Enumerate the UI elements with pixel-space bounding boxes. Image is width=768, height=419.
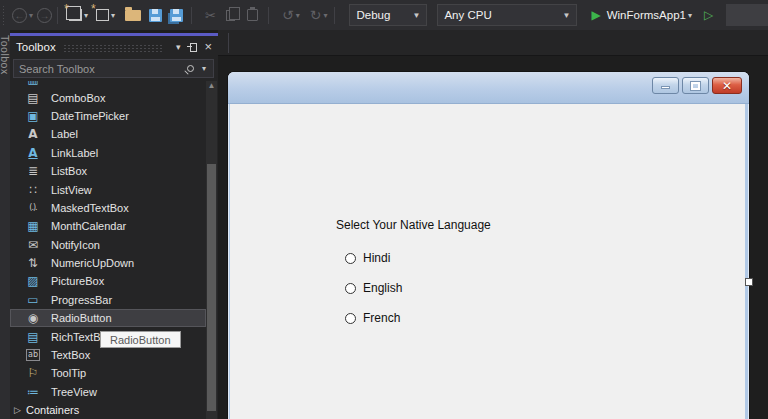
solution-platform-value: Any CPU xyxy=(444,9,491,21)
search-input[interactable] xyxy=(19,63,187,75)
close-icon: ✕ xyxy=(722,79,732,93)
new-file-dropdown-icon[interactable]: ▾ xyxy=(111,11,115,20)
start-debugging-icon[interactable]: ▶ xyxy=(591,8,600,22)
toolbar-separator xyxy=(268,7,269,24)
navigate-forward-icon[interactable]: → xyxy=(37,8,52,23)
toolbox-category-label: Containers xyxy=(26,404,79,416)
toolbox-item-label: ListBox xyxy=(51,165,87,177)
toolbox-item-icon: ≔ xyxy=(24,385,42,399)
window-position-icon[interactable]: ▾ xyxy=(176,42,181,52)
back-dropdown-icon[interactable]: ▾ xyxy=(29,11,33,20)
toolbox-item-listbox[interactable]: ≣ ListBox xyxy=(10,162,206,180)
toolbox-item-icon: ▤ xyxy=(24,330,42,344)
toolbox-item-icon: (.). xyxy=(24,203,42,212)
form-label: Select Your Native Language xyxy=(336,218,491,232)
toolbox-item-progressbar[interactable]: ▭ ProgressBar xyxy=(10,291,206,309)
toolbox-item-icon: ◉ xyxy=(24,311,42,325)
close-button[interactable]: ✕ xyxy=(712,77,742,94)
toolbox-item-icon: ▥ xyxy=(24,81,42,86)
chevron-down-icon: ▼ xyxy=(563,11,571,20)
toolbox-item-label: ListView xyxy=(51,184,92,196)
toolbox-tooltip: RadioButton xyxy=(100,331,181,348)
toolbar-grip[interactable] xyxy=(2,5,6,25)
toolbox-item-tooltip[interactable]: ⚐ ToolTip xyxy=(10,364,206,382)
paste-icon[interactable] xyxy=(247,9,258,21)
radio-button-english[interactable]: English xyxy=(345,281,402,295)
toolbox-category-containers[interactable]: ▷ Containers xyxy=(10,401,206,419)
toolbox-item-label: ProgressBar xyxy=(51,294,112,306)
toolbox-item-radiobutton[interactable]: ◉ RadioButton xyxy=(10,309,206,327)
toolbox-item-textbox[interactable]: ab TextBox xyxy=(10,346,206,364)
sparkle-icon: * xyxy=(64,2,69,16)
cut-icon[interactable]: ✂ xyxy=(205,8,216,23)
toolbox-header[interactable]: Toolbox ▾ × xyxy=(10,36,218,57)
new-project-dropdown-icon[interactable]: ▾ xyxy=(84,11,88,20)
save-icon[interactable] xyxy=(149,9,162,22)
tab-edge-line xyxy=(228,33,229,53)
form-client-area[interactable]: Select Your Native Language Hindi Englis… xyxy=(230,104,745,419)
winforms-designed-form[interactable]: ✕ Select Your Native Language Hindi Engl… xyxy=(228,72,749,419)
minimize-button[interactable] xyxy=(652,77,679,94)
radio-button-french[interactable]: French xyxy=(345,311,400,325)
toolbox-item-datetimepicker[interactable]: ▣ DateTimePicker xyxy=(10,107,206,125)
toolbox-item-label: MonthCalendar xyxy=(51,220,126,232)
toolbox-item-linklabel[interactable]: A LinkLabel xyxy=(10,144,206,162)
left-dock-strip: Toolbox xyxy=(0,30,10,419)
toolbox-item-listview[interactable]: ∷ ListView xyxy=(10,180,206,198)
panel-drag-texture xyxy=(63,44,164,53)
toolbox-list: ▥ ▤ ComboBox ▣ DateTimePicker A Label A … xyxy=(10,81,206,419)
form-titlebar[interactable]: ✕ xyxy=(228,72,749,104)
toolbox-item-notifyicon[interactable]: ✉ NotifyIcon xyxy=(10,236,206,254)
radio-circle-icon[interactable] xyxy=(345,253,356,264)
toolbar-separator xyxy=(334,7,335,24)
copy-icon[interactable] xyxy=(226,10,235,21)
startup-project-dropdown-icon[interactable]: ▾ xyxy=(688,11,692,20)
sparkle-icon: * xyxy=(91,2,96,16)
save-all-icon[interactable] xyxy=(170,9,183,22)
scroll-up-icon[interactable]: ▲ xyxy=(206,81,217,91)
toolbox-search-box[interactable]: ▾ xyxy=(13,59,214,78)
designer-surface: ✕ Select Your Native Language Hindi Engl… xyxy=(218,30,768,419)
toolbox-item-label[interactable]: A Label xyxy=(10,125,206,143)
radio-circle-icon[interactable] xyxy=(345,283,356,294)
scrollbar-thumb[interactable] xyxy=(207,164,216,411)
toolbar-separator xyxy=(191,7,192,24)
toolbox-scrollbar[interactable]: ▲ xyxy=(206,81,217,419)
toolbox-item-partial[interactable]: ▥ xyxy=(10,81,206,88)
toolbox-item-icon: ▦ xyxy=(24,219,42,233)
redo-dropdown-icon[interactable]: ▾ xyxy=(323,11,327,20)
toolbox-item-icon: ⚐ xyxy=(24,366,42,380)
new-project-button[interactable]: * xyxy=(63,3,82,27)
new-file-button[interactable]: * xyxy=(90,3,109,27)
startup-project-button[interactable]: WinFormsApp1 xyxy=(607,9,686,21)
auto-hide-pin-icon[interactable] xyxy=(187,43,197,50)
toolbox-item-picturebox[interactable]: ▨ PictureBox xyxy=(10,272,206,290)
search-options-icon[interactable]: ▾ xyxy=(202,64,206,73)
solution-platform-dropdown[interactable]: Any CPU ▼ xyxy=(437,4,577,26)
toolbox-item-label: RadioButton xyxy=(51,312,112,324)
maximize-button[interactable] xyxy=(682,77,709,94)
undo-icon[interactable]: ↺ xyxy=(282,7,294,23)
toolbox-item-monthcalendar[interactable]: ▦ MonthCalendar xyxy=(10,217,206,235)
vs-window: ← ▾ → * ▾ * ▾ ✂ ↺ ▾ ↻ ▾ Debug ▼ Any CPU … xyxy=(0,0,768,419)
radio-circle-icon[interactable] xyxy=(345,313,356,324)
toolbox-item-label: TextBox xyxy=(51,349,90,361)
start-without-debugging-icon[interactable]: ▷ xyxy=(704,8,713,22)
toolbox-item-combobox[interactable]: ▤ ComboBox xyxy=(10,88,206,106)
navigate-back-icon[interactable]: ← xyxy=(12,8,27,23)
radio-button-hindi[interactable]: Hindi xyxy=(345,251,390,265)
toolbox-item-icon: ab xyxy=(26,349,40,361)
toolbox-item-maskedtextbox[interactable]: (.). MaskedTextBox xyxy=(10,199,206,217)
toolbox-item-icon: ▣ xyxy=(24,109,42,123)
open-folder-icon[interactable] xyxy=(125,10,141,21)
redo-icon[interactable]: ↻ xyxy=(310,7,322,23)
form-resize-handle[interactable] xyxy=(745,278,753,286)
toolbox-item-numericupdown[interactable]: ⇅ NumericUpDown xyxy=(10,254,206,272)
close-icon[interactable]: × xyxy=(204,42,212,52)
undo-dropdown-icon[interactable]: ▾ xyxy=(296,11,300,20)
solution-configuration-dropdown[interactable]: Debug ▼ xyxy=(349,4,427,26)
search-icon[interactable] xyxy=(187,65,194,72)
toolbox-item-icon: ✉ xyxy=(24,238,42,252)
toolbox-item-label: Label xyxy=(51,128,78,140)
toolbox-item-treeview[interactable]: ≔ TreeView xyxy=(10,383,206,401)
